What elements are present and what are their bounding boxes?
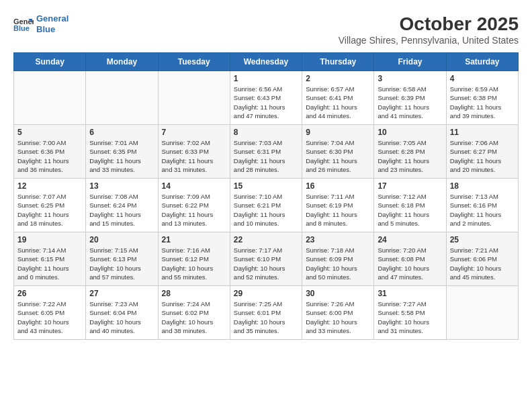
day-number: 30	[306, 289, 370, 298]
weekday-header-saturday: Saturday	[446, 53, 518, 71]
calendar-cell: 25Sunrise: 7:21 AMSunset: 6:06 PMDayligh…	[446, 232, 518, 286]
calendar-cell: 6Sunrise: 7:01 AMSunset: 6:35 PMDaylight…	[86, 125, 158, 179]
calendar-cell	[14, 71, 86, 125]
day-info: Sunrise: 7:02 AMSunset: 6:33 PMDaylight:…	[162, 138, 226, 174]
calendar-cell: 9Sunrise: 7:04 AMSunset: 6:30 PMDaylight…	[302, 125, 374, 179]
day-number: 27	[89, 289, 154, 298]
day-info: Sunrise: 7:18 AMSunset: 6:09 PMDaylight:…	[306, 246, 370, 281]
day-info: Sunrise: 7:07 AMSunset: 6:25 PMDaylight:…	[17, 192, 82, 228]
calendar-cell: 3Sunrise: 6:58 AMSunset: 6:39 PMDaylight…	[374, 71, 446, 125]
week-row-4: 19Sunrise: 7:14 AMSunset: 6:15 PMDayligh…	[14, 232, 519, 286]
day-info: Sunrise: 6:58 AMSunset: 6:39 PMDaylight:…	[378, 85, 442, 120]
weekday-header-thursday: Thursday	[302, 53, 374, 71]
calendar-cell: 2Sunrise: 6:57 AMSunset: 6:41 PMDaylight…	[302, 71, 374, 125]
day-info: Sunrise: 7:00 AMSunset: 6:36 PMDaylight:…	[17, 138, 82, 174]
day-info: Sunrise: 7:24 AMSunset: 6:02 PMDaylight:…	[162, 300, 226, 335]
day-number: 1	[234, 74, 298, 83]
calendar-cell: 27Sunrise: 7:23 AMSunset: 6:04 PMDayligh…	[86, 286, 158, 340]
day-number: 5	[17, 128, 82, 137]
day-info: Sunrise: 7:21 AMSunset: 6:06 PMDaylight:…	[450, 246, 515, 281]
calendar-cell: 1Sunrise: 6:56 AMSunset: 6:43 PMDaylight…	[230, 71, 302, 125]
calendar-cell: 8Sunrise: 7:03 AMSunset: 6:31 PMDaylight…	[230, 125, 302, 179]
day-number: 18	[450, 181, 515, 191]
day-number: 25	[450, 235, 515, 244]
day-info: Sunrise: 6:56 AMSunset: 6:43 PMDaylight:…	[234, 85, 298, 120]
calendar-table: SundayMondayTuesdayWednesdayThursdayFrid…	[13, 52, 519, 340]
day-number: 3	[378, 74, 442, 83]
calendar-cell: 31Sunrise: 7:27 AMSunset: 5:58 PMDayligh…	[374, 286, 446, 340]
calendar-cell: 12Sunrise: 7:07 AMSunset: 6:25 PMDayligh…	[14, 179, 86, 232]
calendar-cell: 5Sunrise: 7:00 AMSunset: 6:36 PMDaylight…	[14, 125, 86, 179]
day-number: 13	[89, 181, 154, 191]
day-number: 29	[234, 289, 298, 298]
day-info: Sunrise: 7:16 AMSunset: 6:12 PMDaylight:…	[162, 246, 226, 281]
day-info: Sunrise: 7:23 AMSunset: 6:04 PMDaylight:…	[89, 300, 154, 335]
week-row-5: 26Sunrise: 7:22 AMSunset: 6:05 PMDayligh…	[14, 286, 519, 340]
calendar-cell: 14Sunrise: 7:09 AMSunset: 6:22 PMDayligh…	[158, 179, 230, 232]
day-info: Sunrise: 7:26 AMSunset: 6:00 PMDaylight:…	[306, 300, 370, 335]
calendar-cell	[158, 71, 230, 125]
logo: General Blue General Blue	[13, 13, 69, 34]
calendar-cell: 16Sunrise: 7:11 AMSunset: 6:19 PMDayligh…	[302, 179, 374, 232]
day-info: Sunrise: 7:15 AMSunset: 6:13 PMDaylight:…	[89, 246, 154, 281]
day-number: 7	[162, 128, 226, 137]
day-info: Sunrise: 7:05 AMSunset: 6:28 PMDaylight:…	[378, 138, 442, 174]
day-info: Sunrise: 7:22 AMSunset: 6:05 PMDaylight:…	[17, 300, 82, 335]
calendar-cell	[446, 286, 518, 340]
day-info: Sunrise: 7:03 AMSunset: 6:31 PMDaylight:…	[234, 138, 298, 174]
calendar-cell: 23Sunrise: 7:18 AMSunset: 6:09 PMDayligh…	[302, 232, 374, 286]
day-number: 2	[306, 74, 370, 83]
day-info: Sunrise: 7:01 AMSunset: 6:35 PMDaylight:…	[89, 138, 154, 174]
logo-icon: General Blue	[13, 16, 34, 32]
calendar-cell: 26Sunrise: 7:22 AMSunset: 6:05 PMDayligh…	[14, 286, 86, 340]
calendar-cell: 13Sunrise: 7:08 AMSunset: 6:24 PMDayligh…	[86, 179, 158, 232]
svg-text:Blue: Blue	[13, 24, 30, 32]
week-row-2: 5Sunrise: 7:00 AMSunset: 6:36 PMDaylight…	[14, 125, 519, 179]
day-number: 8	[234, 128, 298, 137]
calendar-cell: 30Sunrise: 7:26 AMSunset: 6:00 PMDayligh…	[302, 286, 374, 340]
day-number: 6	[89, 128, 154, 137]
day-number: 26	[17, 289, 82, 298]
day-number: 10	[378, 128, 442, 137]
page-header: General Blue General Blue October 2025 V…	[13, 13, 519, 46]
calendar-cell: 10Sunrise: 7:05 AMSunset: 6:28 PMDayligh…	[374, 125, 446, 179]
day-number: 24	[378, 235, 442, 244]
day-info: Sunrise: 7:08 AMSunset: 6:24 PMDaylight:…	[89, 192, 154, 228]
weekday-header-row: SundayMondayTuesdayWednesdayThursdayFrid…	[14, 53, 519, 71]
calendar-cell: 7Sunrise: 7:02 AMSunset: 6:33 PMDaylight…	[158, 125, 230, 179]
title-section: October 2025 Village Shires, Pennsylvani…	[339, 13, 519, 46]
day-number: 19	[17, 235, 82, 244]
day-info: Sunrise: 7:17 AMSunset: 6:10 PMDaylight:…	[234, 246, 298, 281]
week-row-1: 1Sunrise: 6:56 AMSunset: 6:43 PMDaylight…	[14, 71, 519, 125]
day-number: 22	[234, 235, 298, 244]
day-info: Sunrise: 7:04 AMSunset: 6:30 PMDaylight:…	[306, 138, 370, 174]
day-number: 20	[89, 235, 154, 244]
day-number: 31	[378, 289, 442, 298]
day-info: Sunrise: 7:11 AMSunset: 6:19 PMDaylight:…	[306, 192, 370, 228]
calendar-cell: 22Sunrise: 7:17 AMSunset: 6:10 PMDayligh…	[230, 232, 302, 286]
day-info: Sunrise: 7:14 AMSunset: 6:15 PMDaylight:…	[17, 246, 82, 281]
calendar-cell: 29Sunrise: 7:25 AMSunset: 6:01 PMDayligh…	[230, 286, 302, 340]
day-info: Sunrise: 6:59 AMSunset: 6:38 PMDaylight:…	[450, 85, 515, 120]
calendar-cell: 18Sunrise: 7:13 AMSunset: 6:16 PMDayligh…	[446, 179, 518, 232]
calendar-cell: 24Sunrise: 7:20 AMSunset: 6:08 PMDayligh…	[374, 232, 446, 286]
day-info: Sunrise: 6:57 AMSunset: 6:41 PMDaylight:…	[306, 85, 370, 120]
day-info: Sunrise: 7:06 AMSunset: 6:27 PMDaylight:…	[450, 138, 515, 174]
week-row-3: 12Sunrise: 7:07 AMSunset: 6:25 PMDayligh…	[14, 179, 519, 232]
day-number: 12	[17, 181, 82, 191]
day-info: Sunrise: 7:27 AMSunset: 5:58 PMDaylight:…	[378, 300, 442, 335]
calendar-cell: 17Sunrise: 7:12 AMSunset: 6:18 PMDayligh…	[374, 179, 446, 232]
day-info: Sunrise: 7:10 AMSunset: 6:21 PMDaylight:…	[234, 192, 298, 228]
day-number: 23	[306, 235, 370, 244]
calendar-cell: 15Sunrise: 7:10 AMSunset: 6:21 PMDayligh…	[230, 179, 302, 232]
day-info: Sunrise: 7:20 AMSunset: 6:08 PMDaylight:…	[378, 246, 442, 281]
day-number: 15	[234, 181, 298, 191]
weekday-header-friday: Friday	[374, 53, 446, 71]
day-number: 4	[450, 74, 515, 83]
day-number: 17	[378, 181, 442, 191]
day-number: 11	[450, 128, 515, 137]
day-info: Sunrise: 7:13 AMSunset: 6:16 PMDaylight:…	[450, 192, 515, 228]
calendar-cell: 28Sunrise: 7:24 AMSunset: 6:02 PMDayligh…	[158, 286, 230, 340]
weekday-header-tuesday: Tuesday	[158, 53, 230, 71]
weekday-header-sunday: Sunday	[14, 53, 86, 71]
